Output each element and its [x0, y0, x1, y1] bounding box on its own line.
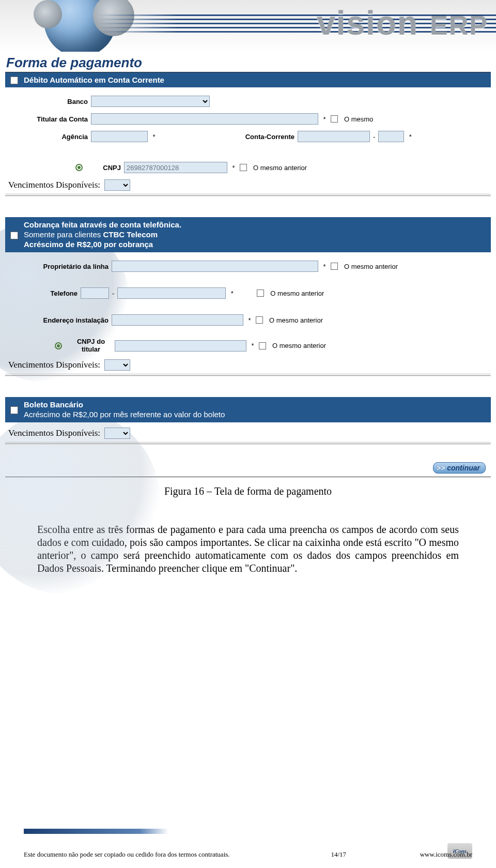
- owner-input[interactable]: [112, 261, 318, 272]
- venc-label: Vencimentos Disponíveis:: [8, 180, 100, 190]
- venc-label: Vencimentos Disponíveis:: [8, 360, 100, 370]
- footer-url: www.icoms.com.br: [420, 850, 472, 859]
- bank-label: Banco: [10, 98, 88, 105]
- phone-section-header: Cobrança feita através de conta telefôni…: [5, 217, 491, 252]
- phone-number-input[interactable]: [117, 287, 226, 299]
- dash: -: [373, 133, 375, 141]
- venc-label: Vencimentos Disponíveis:: [8, 428, 100, 438]
- owner-row: Proprietário da linha * O mesmo anterior: [5, 257, 491, 275]
- addr-row: Endereço instalação * O mesmo anterior: [5, 311, 491, 329]
- owner-same-checkbox[interactable]: [331, 263, 338, 270]
- owner-label: Proprietário da linha: [10, 263, 109, 270]
- cnpj-titular-radio[interactable]: [55, 342, 62, 349]
- boleto-line1: Boleto Bancário: [24, 400, 83, 409]
- brand-sub: ERP: [430, 10, 488, 40]
- dash: -: [112, 290, 114, 297]
- brand-logo: visionERP: [317, 4, 488, 42]
- app-header: visionERP: [0, 0, 496, 52]
- brand-name: vision: [317, 5, 419, 42]
- cnpj-row: CNPJ * O mesmo anterior: [5, 159, 491, 176]
- continue-button[interactable]: >> continuar: [433, 462, 486, 474]
- same-checkbox[interactable]: [331, 115, 338, 123]
- section-title: Forma de pagamento: [0, 52, 496, 72]
- debit-section-checkbox[interactable]: [10, 77, 18, 84]
- footer-disclaimer: Este documento não pode ser copiado ou c…: [24, 850, 230, 859]
- cnpj-titular-same-checkbox[interactable]: [259, 342, 266, 349]
- cnpj-radio[interactable]: [75, 164, 83, 171]
- phone-line3: Acréscimo de R$2,00 por cobrança: [24, 240, 153, 249]
- required-mark: *: [407, 133, 413, 141]
- venc-select-1[interactable]: [104, 179, 130, 191]
- account-digit-input[interactable]: [378, 131, 404, 142]
- chevron-right-icon: >>: [437, 464, 445, 472]
- required-mark: *: [250, 342, 256, 349]
- account-label: Conta-Corrente: [191, 133, 295, 141]
- agency-label: Agência: [10, 133, 88, 141]
- cnpj-titular-input[interactable]: [115, 340, 246, 352]
- cnpj-titular-same-label: O mesmo anterior: [272, 342, 326, 349]
- boleto-line2: Acréscimo de R$2,00 por mês referente ao…: [24, 410, 225, 419]
- bank-row: Banco: [5, 93, 491, 110]
- venc-row-2: Vencimentos Disponíveis:: [5, 356, 491, 374]
- holder-input[interactable]: [91, 113, 318, 125]
- phone-line1: Cobrança feita através de conta telefôni…: [24, 220, 181, 229]
- cnpj-titular-row: CNPJ do titular * O mesmo anterior: [5, 335, 491, 356]
- debit-section-title: Débito Automático em Conta Corrente: [24, 75, 164, 84]
- cnpj-titular-label: CNPJ do titular: [70, 338, 112, 353]
- cog-icon: [34, 0, 62, 28]
- required-mark: *: [230, 164, 237, 172]
- required-mark: *: [151, 133, 157, 141]
- required-mark: *: [321, 263, 328, 270]
- footer-bar: [24, 829, 168, 834]
- venc-row-1: Vencimentos Disponíveis:: [5, 176, 491, 194]
- addr-same-checkbox[interactable]: [256, 316, 263, 324]
- same-prev-checkbox[interactable]: [240, 164, 247, 171]
- phone-line2a: Somente para clientes: [24, 230, 103, 239]
- phone-label: Telefone: [10, 290, 78, 297]
- debit-section-header: Débito Automático em Conta Corrente: [5, 72, 491, 87]
- venc-select-3[interactable]: [104, 428, 130, 439]
- phone-section-checkbox[interactable]: [10, 232, 18, 239]
- boleto-section-checkbox[interactable]: [10, 406, 18, 414]
- owner-same-label: O mesmo anterior: [344, 263, 398, 270]
- agency-input[interactable]: [91, 131, 148, 142]
- required-mark: *: [321, 115, 328, 123]
- addr-label: Endereço instalação: [10, 316, 109, 324]
- phone-ddd-input[interactable]: [81, 287, 109, 299]
- phone-same-label: O mesmo anterior: [270, 290, 324, 297]
- required-mark: *: [229, 290, 235, 297]
- holder-label: Titular da Conta: [10, 115, 88, 123]
- continue-row: >> continuar: [5, 459, 491, 477]
- phone-same-checkbox[interactable]: [257, 290, 264, 297]
- footer-page: 14/17: [331, 850, 346, 859]
- venc-select-2[interactable]: [104, 359, 130, 371]
- same-prev-label: O mesmo anterior: [253, 164, 307, 172]
- phone-row: Telefone - * O mesmo anterior: [5, 284, 491, 302]
- addr-input[interactable]: [112, 314, 243, 326]
- phone-line2b: CTBC Telecom: [103, 230, 158, 239]
- cnpj-label: CNPJ: [95, 164, 121, 172]
- payment-form-panel: Débito Automático em Conta Corrente Banc…: [5, 72, 491, 477]
- cnpj-input[interactable]: [124, 162, 227, 173]
- boleto-section-header: Boleto Bancário Acréscimo de R$2,00 por …: [5, 397, 491, 423]
- same-label: O mesmo: [344, 115, 373, 123]
- continue-label: continuar: [447, 464, 480, 472]
- venc-row-3: Vencimentos Disponíveis:: [5, 424, 491, 443]
- holder-row: Titular da Conta * O mesmo: [5, 110, 491, 128]
- bank-select[interactable]: [91, 96, 210, 107]
- account-input[interactable]: [298, 131, 370, 142]
- required-mark: *: [246, 316, 253, 324]
- agency-row: Agência * Conta-Corrente - *: [5, 128, 491, 145]
- addr-same-label: O mesmo anterior: [269, 316, 323, 324]
- page-footer: Este documento não pode ser copiado ou c…: [0, 843, 496, 859]
